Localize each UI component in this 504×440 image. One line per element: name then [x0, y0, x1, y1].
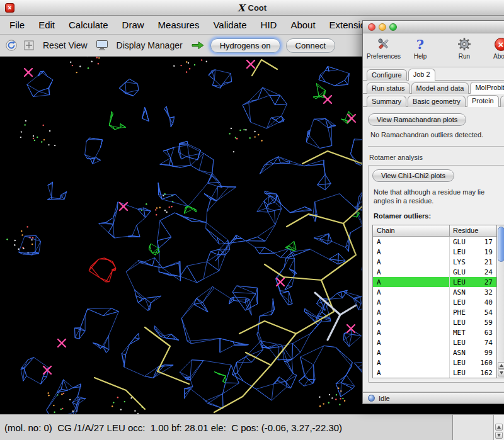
menu-item[interactable]: Calculate: [62, 17, 115, 33]
reset-view-button[interactable]: Reset View: [40, 38, 90, 52]
rotamer-row[interactable]: A LEU160: [373, 358, 496, 368]
rotamer-row[interactable]: A LEU162: [373, 368, 496, 378]
section-tab[interactable]: MolProbity: [470, 82, 504, 94]
display-manager-button[interactable]: Display Manager: [114, 38, 185, 52]
residue-cell: LEU74: [450, 339, 496, 347]
chain-cell: A: [373, 297, 450, 307]
ramachandran-message: No Ramachandran outliers detected.: [370, 131, 504, 138]
scrollbar-arrows: [498, 362, 504, 376]
section-tab[interactable]: Model and data: [411, 82, 469, 94]
help-icon: ?: [412, 36, 428, 52]
center-view-icon[interactable]: [23, 40, 35, 51]
display-manager-icon[interactable]: [96, 40, 108, 51]
validation-tab[interactable]: Basic geometry: [408, 96, 466, 107]
green-arrow-icon[interactable]: [191, 40, 205, 50]
x11-logo-icon: X: [238, 3, 245, 14]
zoom-icon[interactable]: [389, 23, 397, 31]
column-header-residue[interactable]: Residue: [450, 225, 496, 236]
rotamer-row[interactable]: A LEU59: [373, 317, 496, 327]
menu-item[interactable]: Edit: [32, 17, 62, 33]
residue-cell: GLU17: [450, 238, 496, 246]
validation-tab[interactable]: Protein: [467, 95, 499, 107]
scroll-down-icon[interactable]: [495, 432, 503, 439]
residue-cell: GLU24: [450, 268, 496, 276]
help-label: Help: [414, 53, 427, 60]
rotamer-outliers-label: Rotamer outliers:: [374, 212, 504, 220]
residue-cell: LEU40: [450, 298, 496, 307]
rotamer-row[interactable]: A PHE54: [373, 307, 496, 317]
column-header-chain[interactable]: Chain: [373, 225, 450, 236]
window-title: X Coot: [0, 0, 504, 16]
menu-item[interactable]: HID: [254, 17, 284, 33]
chain-cell: A: [373, 247, 450, 257]
job-tab[interactable]: Configure: [367, 69, 407, 81]
rotamer-row[interactable]: A GLU24: [373, 267, 496, 277]
menu-item[interactable]: File: [3, 17, 32, 33]
reset-orientation-icon[interactable]: [5, 39, 18, 52]
close-icon[interactable]: [368, 23, 375, 31]
atom-status-text: (mol. no: 0) CG /1/A/27 LEU occ: 1.00 bf…: [4, 422, 342, 433]
screen: X Coot File Edit Calculate Draw Measures…: [0, 0, 504, 440]
fragment-scrollbar[interactable]: [493, 415, 504, 440]
residue-cell: LEU162: [450, 369, 496, 377]
abort-icon: [493, 36, 504, 52]
table-scrollbar[interactable]: [497, 225, 504, 378]
abort-label: Abort: [493, 53, 504, 60]
residue-cell: LEU160: [450, 359, 496, 367]
job-tabs: ConfigureJob 2: [363, 67, 504, 81]
rotamer-row[interactable]: A ASN32: [373, 287, 496, 297]
menu-item[interactable]: About: [284, 17, 322, 33]
hydrogens-toggle-button[interactable]: Hydrogens on: [210, 38, 280, 53]
rotamer-note-line1: Note that although a residue may lie: [374, 188, 504, 196]
rotamer-row[interactable]: A LEU19: [373, 247, 496, 257]
phenix-window: Preferences ? Help Run Abort: [362, 20, 504, 404]
residue-cell: LEU19: [450, 248, 496, 256]
rotamer-table-body: A GLU17 A LEU19: [373, 237, 496, 378]
rotamer-table-wrap: Chain Residue A GLU17: [372, 225, 504, 378]
scroll-down-icon[interactable]: [498, 369, 504, 376]
phenix-toolbar: Preferences ? Help Run Abort: [363, 33, 504, 67]
abort-button[interactable]: Abort: [485, 36, 504, 60]
rotamer-row[interactable]: A LYS21: [373, 257, 496, 267]
help-button[interactable]: ? Help: [404, 36, 436, 60]
residue-cell: LEU59: [450, 319, 496, 327]
phenix-status-text: Idle: [379, 395, 390, 402]
phenix-titlebar[interactable]: [363, 21, 504, 33]
job-tab[interactable]: Job 2: [408, 69, 435, 81]
view-ramachandran-plots-button[interactable]: View Ramachandran plots: [368, 113, 466, 126]
rotamer-row[interactable]: A GLU17: [373, 237, 496, 247]
rotamer-table-header: Chain Residue: [373, 225, 496, 237]
gear-icon: [456, 36, 472, 52]
chain-cell: A: [373, 307, 450, 317]
run-label: Run: [459, 53, 470, 60]
section-tab[interactable]: Run status: [367, 82, 410, 94]
coot-statusbar: (mol. no: 0) CG /1/A/27 LEU occ: 1.00 bf…: [0, 414, 504, 440]
run-button[interactable]: Run: [449, 36, 480, 60]
connect-button[interactable]: Connect: [286, 38, 335, 53]
menu-item[interactable]: Validate: [206, 17, 253, 33]
rotamer-section-title: Rotamer analysis: [369, 154, 504, 161]
scroll-up-icon[interactable]: [495, 424, 503, 431]
validation-tab[interactable]: Summary: [367, 96, 406, 107]
view-chi1-chi2-plots-button[interactable]: View Chi1-Chi2 plots: [372, 169, 454, 182]
chain-cell: A: [373, 368, 450, 378]
rotamer-row[interactable]: A LEU74: [373, 337, 496, 347]
preferences-icon: [375, 36, 392, 52]
rotamer-row[interactable]: A MET63: [373, 327, 496, 337]
window-title-text: Coot: [248, 3, 267, 13]
menu-item[interactable]: Draw: [115, 17, 151, 33]
residue-cell: LYS21: [450, 258, 496, 266]
residue-cell: PHE54: [450, 308, 496, 317]
rotamer-row[interactable]: A LEU40: [373, 297, 496, 307]
chain-cell: A: [373, 317, 450, 327]
rotamer-row[interactable]: A ASN99: [373, 347, 496, 358]
preferences-button[interactable]: Preferences: [368, 36, 399, 60]
minimize-icon[interactable]: [379, 23, 386, 31]
menu-item[interactable]: Measures: [151, 17, 207, 33]
scrollbar-thumb[interactable]: [498, 227, 504, 262]
coot-titlebar[interactable]: X Coot: [0, 0, 504, 16]
validation-tab[interactable]: Clashes: [500, 96, 504, 107]
rotamer-row[interactable]: A LEU27: [373, 277, 496, 287]
scroll-up-icon[interactable]: [498, 362, 504, 369]
chain-cell: A: [373, 237, 450, 247]
